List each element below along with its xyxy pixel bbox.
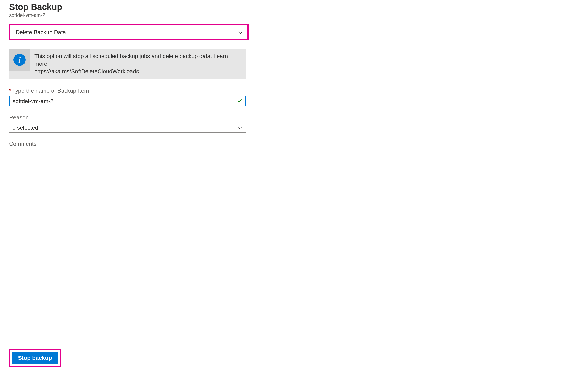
action-select-value: Delete Backup Data bbox=[16, 29, 66, 36]
backup-item-input[interactable]: softdel-vm-am-2 bbox=[9, 96, 246, 106]
reason-field: Reason 0 selected bbox=[9, 114, 579, 133]
comments-field: Comments bbox=[9, 140, 579, 188]
highlight-annotation-action-select: Delete Backup Data bbox=[9, 24, 249, 40]
check-icon bbox=[237, 97, 242, 105]
highlight-annotation-stop-button: Stop backup bbox=[9, 349, 61, 367]
action-select[interactable]: Delete Backup Data bbox=[12, 27, 246, 38]
backup-item-field: *Type the name of Backup Item softdel-vm… bbox=[9, 87, 579, 106]
footer-bar: Stop backup bbox=[0, 346, 588, 372]
info-banner: i This option will stop all scheduled ba… bbox=[9, 49, 246, 79]
comments-label: Comments bbox=[9, 140, 579, 147]
required-asterisk: * bbox=[9, 87, 11, 94]
info-icon: i bbox=[13, 54, 26, 66]
info-link[interactable]: https://aka.ms/SoftDeleteCloudWorkloads bbox=[34, 68, 139, 74]
page-header: Stop Backup softdel-vm-am-2 bbox=[0, 0, 588, 20]
info-text: This option will stop all scheduled back… bbox=[30, 49, 246, 79]
comments-textarea[interactable] bbox=[9, 149, 246, 187]
info-icon-wrap: i bbox=[9, 49, 30, 71]
page-subtitle: softdel-vm-am-2 bbox=[9, 12, 579, 18]
page-title: Stop Backup bbox=[9, 2, 579, 12]
chevron-down-icon bbox=[238, 124, 242, 131]
chevron-down-icon bbox=[238, 29, 242, 36]
content-area: Delete Backup Data i This option will st… bbox=[0, 20, 588, 346]
reason-select[interactable]: 0 selected bbox=[9, 123, 246, 133]
info-message: This option will stop all scheduled back… bbox=[34, 53, 228, 67]
reason-label: Reason bbox=[9, 114, 579, 121]
backup-item-input-value: softdel-vm-am-2 bbox=[13, 98, 237, 105]
stop-backup-button[interactable]: Stop backup bbox=[11, 351, 59, 364]
reason-select-value: 0 selected bbox=[12, 124, 38, 131]
backup-item-label: *Type the name of Backup Item bbox=[9, 87, 579, 94]
backup-item-label-text: Type the name of Backup Item bbox=[12, 87, 89, 94]
